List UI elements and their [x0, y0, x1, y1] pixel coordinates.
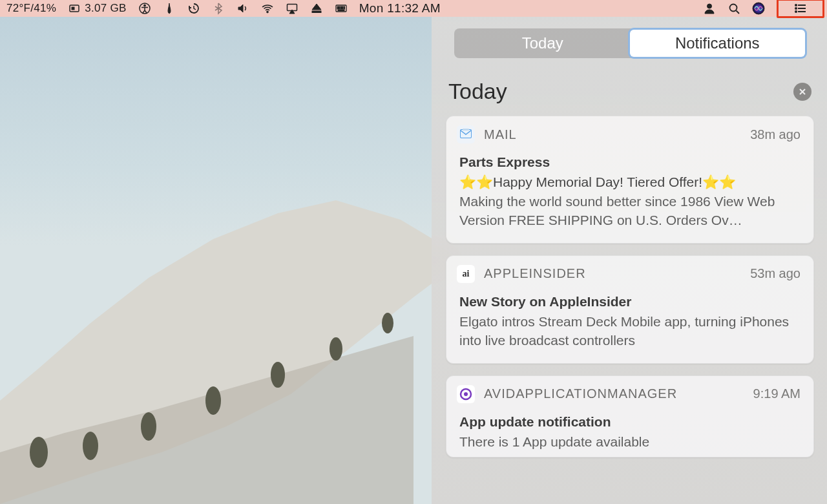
accessibility-icon[interactable]: [138, 2, 151, 15]
svg-rect-38: [463, 129, 469, 131]
notification-card[interactable]: AVIDAPPLICATIONMANAGER 9:19 AM App updat…: [446, 375, 814, 457]
menubar: 72°F/41% 3.07 GB: [0, 0, 827, 17]
notification-time: 38m ago: [750, 127, 801, 142]
svg-point-3: [205, 386, 221, 415]
svg-rect-22: [340, 8, 342, 10]
clear-section-button[interactable]: [793, 83, 811, 101]
svg-point-11: [266, 11, 268, 13]
eject-icon[interactable]: [310, 2, 323, 15]
svg-point-34: [795, 11, 797, 12]
close-icon: [798, 87, 807, 96]
svg-point-32: [795, 8, 797, 9]
svg-point-0: [30, 437, 48, 468]
chip-icon: [68, 2, 81, 15]
memory-status[interactable]: 3.07 GB: [68, 2, 126, 15]
notification-center-button[interactable]: [777, 0, 824, 18]
user-icon[interactable]: [703, 2, 716, 15]
svg-point-26: [707, 4, 712, 8]
svg-point-10: [143, 5, 145, 6]
fantastical-icon[interactable]: [163, 2, 176, 15]
notification-title: Parts Express: [459, 152, 801, 171]
tab-today[interactable]: Today: [455, 30, 631, 57]
app-name: APPLEINSIDER: [484, 266, 586, 281]
notification-preview: Making the world sound better since 1986…: [459, 192, 801, 230]
notification-preview: Elgato intros Stream Deck Mobile app, tu…: [459, 312, 801, 350]
list-icon: [794, 2, 807, 15]
svg-rect-19: [344, 6, 345, 8]
datetime[interactable]: Mon 11:32 AM: [359, 1, 441, 16]
svg-rect-16: [339, 6, 340, 8]
svg-rect-15: [337, 6, 339, 8]
memory-text: 3.07 GB: [85, 2, 126, 15]
svg-point-4: [271, 362, 285, 388]
svg-rect-37: [461, 130, 471, 138]
svg-point-1: [83, 432, 98, 460]
svg-point-6: [382, 313, 393, 333]
notification-time: 9:19 AM: [753, 386, 801, 401]
section-title: Today: [448, 79, 507, 104]
svg-rect-21: [339, 8, 340, 10]
svg-rect-25: [338, 10, 344, 11]
svg-rect-24: [344, 8, 345, 10]
app-name: AVIDAPPLICATIONMANAGER: [484, 386, 677, 401]
svg-point-5: [330, 337, 342, 361]
svg-rect-8: [72, 7, 74, 10]
notification-time: 53m ago: [750, 266, 801, 281]
svg-point-40: [464, 392, 468, 396]
notification-subject-line: ⭐⭐Happy Memorial Day! Tiered Offer!⭐⭐: [459, 173, 801, 191]
svg-point-2: [141, 412, 156, 441]
section-header: Today: [446, 79, 814, 116]
notification-card[interactable]: MAIL 38m ago Parts Express ⭐⭐Happy Memor…: [446, 116, 814, 244]
notification-card[interactable]: ai APPLEINSIDER 53m ago New Story on App…: [446, 255, 814, 364]
avid-app-icon: [457, 385, 475, 403]
notification-title: New Story on AppleInsider: [459, 292, 801, 311]
nc-tab-switcher: Today Notifications: [454, 28, 806, 58]
mail-app-icon: [457, 125, 475, 143]
notification-preview: There is 1 App update available: [459, 432, 801, 451]
volume-icon[interactable]: [236, 2, 249, 15]
svg-rect-17: [340, 6, 342, 8]
svg-point-27: [730, 5, 737, 12]
spotlight-icon[interactable]: [728, 2, 740, 15]
svg-rect-18: [342, 6, 343, 8]
tab-notifications[interactable]: Notifications: [630, 30, 805, 57]
bluetooth-icon[interactable]: [212, 2, 225, 15]
timemachine-icon[interactable]: [187, 2, 200, 15]
keyboard-viewer-icon[interactable]: [335, 2, 348, 15]
notification-center-panel: Today Notifications Today MAIL 38m ago P…: [432, 17, 827, 504]
svg-point-30: [795, 5, 797, 6]
siri-icon[interactable]: [752, 2, 765, 15]
appleinsider-app-icon: ai: [457, 265, 475, 283]
svg-rect-13: [312, 11, 321, 13]
svg-line-28: [737, 11, 740, 14]
airplay-icon[interactable]: [286, 2, 298, 15]
app-name: MAIL: [484, 127, 517, 142]
wifi-icon[interactable]: [261, 2, 274, 15]
svg-rect-20: [337, 8, 339, 10]
weather-status[interactable]: 72°F/41%: [6, 2, 56, 15]
svg-rect-23: [342, 8, 343, 10]
notification-title: App update notification: [459, 412, 801, 431]
